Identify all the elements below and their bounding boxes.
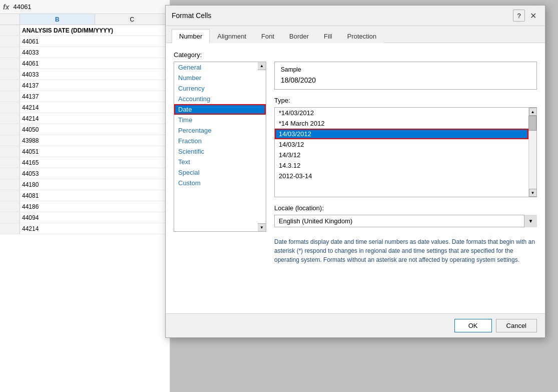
type-label: Type: <box>274 97 537 104</box>
locale-label: Locale (location): <box>274 204 537 212</box>
row-num <box>0 212 20 223</box>
row-num <box>0 36 20 47</box>
cancel-button[interactable]: Cancel <box>496 319 537 332</box>
category-listbox[interactable]: General Number Currency Accounting Date … <box>174 62 266 231</box>
category-scroll-up[interactable]: ▲ <box>258 62 266 70</box>
data-cell: 44050 <box>20 124 170 135</box>
data-cell: 44094 <box>20 212 170 223</box>
type-item-2[interactable]: 14/03/2012 <box>275 129 528 139</box>
table-row: 44061 <box>0 58 170 69</box>
table-row: 44137 <box>0 91 170 102</box>
table-row: 43988 <box>0 135 170 146</box>
col-header-row: B C <box>0 14 170 25</box>
two-col-layout: General Number Currency Accounting Date … <box>174 62 537 264</box>
category-item-general[interactable]: General <box>174 62 266 73</box>
row-num <box>0 58 20 69</box>
row-num <box>0 190 20 201</box>
tab-border[interactable]: Border <box>282 29 316 43</box>
options-panel: Sample 18/08/2020 Type: *14/03/2012 *14 … <box>274 62 537 264</box>
type-item-3[interactable]: 14/03/12 <box>275 139 528 150</box>
format-cells-dialog: Format Cells ? ✕ Number Alignment Font B… <box>165 5 545 338</box>
table-row: 44050 <box>0 124 170 135</box>
row-num <box>0 91 20 102</box>
data-cell: 44033 <box>20 47 170 58</box>
tab-fill[interactable]: Fill <box>316 29 340 43</box>
row-num <box>0 80 20 91</box>
tabs-bar: Number Alignment Font Border Fill Protec… <box>166 26 545 43</box>
type-item-1[interactable]: *14 March 2012 <box>275 118 528 129</box>
category-item-number[interactable]: Number <box>174 73 266 83</box>
table-row: 44214 <box>0 223 170 234</box>
category-item-text[interactable]: Text <box>174 157 266 167</box>
table-row: 44214 <box>0 113 170 124</box>
data-cell: 44061 <box>20 36 170 47</box>
type-item-4[interactable]: 14/3/12 <box>275 150 528 160</box>
category-scroll-down[interactable]: ▼ <box>258 223 266 231</box>
table-row: 44137 <box>0 80 170 91</box>
type-item-0[interactable]: *14/03/2012 <box>275 108 528 118</box>
row-num <box>0 113 20 124</box>
data-cell: 44053 <box>20 168 170 179</box>
table-row: 44051 <box>0 146 170 157</box>
type-scroll-up[interactable]: ▲ <box>529 108 537 116</box>
data-cell: 44137 <box>20 91 170 102</box>
data-cell: 44061 <box>20 58 170 69</box>
dialog-titlebar: Format Cells ? ✕ <box>166 6 545 26</box>
data-cell: 44214 <box>20 113 170 124</box>
data-cell: 44137 <box>20 80 170 91</box>
type-item-6[interactable]: 2012-03-14 <box>275 171 528 181</box>
category-item-fraction[interactable]: Fraction <box>174 136 266 146</box>
type-scrollbar-track: ▲ ▼ <box>528 108 536 197</box>
row-num <box>0 168 20 179</box>
category-item-custom[interactable]: Custom <box>174 178 266 188</box>
locale-select[interactable]: English (United Kingdom) <box>274 215 537 227</box>
row-num-spacer <box>0 14 20 25</box>
spreadsheet-rows: ANALYSIS DATE (DD/MM/YYYY) 44061 44033 4… <box>0 25 170 234</box>
category-listbox-wrapper: General Number Currency Accounting Date … <box>174 62 266 232</box>
col-c-header[interactable]: C <box>95 14 170 25</box>
data-cell: 44033 <box>20 69 170 80</box>
dialog-help-button[interactable]: ? <box>513 10 525 22</box>
table-row: 44094 <box>0 212 170 223</box>
row-num <box>0 146 20 157</box>
row-num <box>0 223 20 234</box>
dialog-controls: ? ✕ <box>513 10 539 22</box>
ok-button[interactable]: OK <box>454 319 492 332</box>
row-num <box>0 25 20 36</box>
category-item-scientific[interactable]: Scientific <box>174 146 266 157</box>
dialog-close-button[interactable]: ✕ <box>527 10 539 22</box>
type-item-5[interactable]: 14.3.12 <box>275 160 528 171</box>
row-num <box>0 47 20 58</box>
table-row: 44033 <box>0 47 170 58</box>
row-num <box>0 201 20 212</box>
col-b-header[interactable]: B <box>20 14 95 25</box>
tab-alignment[interactable]: Alignment <box>210 29 254 43</box>
tab-protection[interactable]: Protection <box>340 29 384 43</box>
formula-bar-value: 44061 <box>13 3 31 11</box>
description-text: Date formats display date and time seria… <box>274 237 537 264</box>
category-item-date[interactable]: Date <box>174 104 266 115</box>
type-scroll-down[interactable]: ▼ <box>529 189 537 197</box>
table-row: ANALYSIS DATE (DD/MM/YYYY) <box>0 25 170 36</box>
data-cell: 44051 <box>20 146 170 157</box>
type-listbox[interactable]: *14/03/2012 *14 March 2012 14/03/2012 14… <box>275 108 536 197</box>
row-num <box>0 124 20 135</box>
data-cell: 43988 <box>20 135 170 146</box>
tab-number[interactable]: Number <box>172 29 210 43</box>
sample-value: 18/08/2020 <box>281 75 530 85</box>
row-num <box>0 179 20 190</box>
category-item-accounting[interactable]: Accounting <box>174 94 266 104</box>
category-item-time[interactable]: Time <box>174 115 266 125</box>
row-num <box>0 69 20 80</box>
category-item-currency[interactable]: Currency <box>174 83 266 94</box>
category-item-special[interactable]: Special <box>174 167 266 178</box>
category-panel: General Number Currency Accounting Date … <box>174 62 266 264</box>
category-item-percentage[interactable]: Percentage <box>174 125 266 136</box>
table-row: 44214 <box>0 102 170 113</box>
tab-font[interactable]: Font <box>254 29 282 43</box>
type-scroll-thumb[interactable] <box>528 116 536 131</box>
dialog-body: Category: General Number Currency Accoun… <box>166 43 545 313</box>
data-cell: 44214 <box>20 102 170 113</box>
table-row: 44081 <box>0 190 170 201</box>
data-cell: 44165 <box>20 157 170 168</box>
